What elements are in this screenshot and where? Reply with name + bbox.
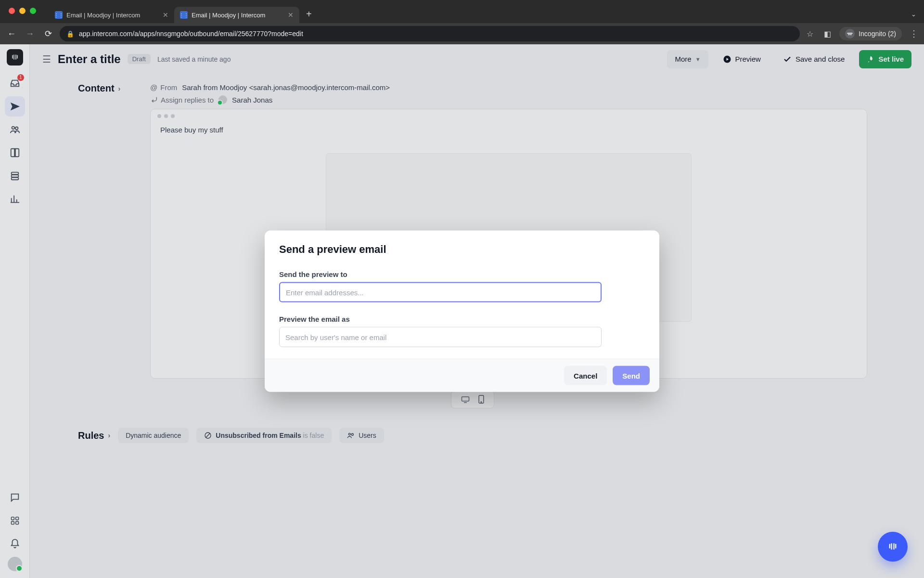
tab-title: Email | Moodjoy | Intercom (66, 12, 140, 19)
browser-tab[interactable]: ⋮⋮ Email | Moodjoy | Intercom ✕ (49, 7, 174, 23)
modal-title: Send a preview email (279, 243, 645, 256)
bookmark-star-icon[interactable]: ☆ (805, 29, 815, 39)
close-tab-icon[interactable]: ✕ (288, 11, 294, 19)
back-button[interactable]: ← (5, 27, 18, 40)
send-button[interactable]: Send (613, 366, 650, 385)
incognito-badge[interactable]: Incognito (2) (839, 27, 902, 40)
tabs-overflow-icon[interactable]: ⌄ (911, 11, 924, 18)
reload-button[interactable]: ⟳ (41, 27, 55, 40)
preview-as-input[interactable] (279, 327, 602, 347)
browser-menu-icon[interactable]: ⋮ (909, 28, 919, 39)
send-preview-modal: Send a preview email Send the preview to… (265, 231, 659, 392)
incognito-label: Incognito (2) (859, 30, 896, 38)
browser-toolbar: ← → ⟳ 🔒 app.intercom.com/a/apps/nnsgmgob… (0, 23, 924, 44)
cancel-button[interactable]: Cancel (564, 366, 607, 385)
url-text: app.intercom.com/a/apps/nnsgmgob/outboun… (79, 30, 303, 38)
close-tab-icon[interactable]: ✕ (163, 11, 168, 19)
window-zoom-icon[interactable] (30, 8, 36, 14)
messenger-icon (886, 539, 900, 554)
svg-rect-21 (887, 541, 898, 552)
browser-tab[interactable]: ⋮⋮ Email | Moodjoy | Intercom ✕ (174, 7, 299, 23)
panel-icon[interactable]: ◧ (822, 29, 833, 39)
intercom-launcher[interactable] (878, 532, 908, 562)
window-controls (9, 8, 36, 14)
forward-button[interactable]: → (23, 27, 37, 40)
window-minimize-icon[interactable] (19, 8, 26, 14)
window-close-icon[interactable] (9, 8, 15, 14)
tab-title: Email | Moodjoy | Intercom (192, 12, 265, 19)
intercom-favicon-icon: ⋮⋮ (55, 11, 63, 19)
browser-tabstrip: ⋮⋮ Email | Moodjoy | Intercom ✕ ⋮⋮ Email… (0, 5, 924, 23)
preview-to-input[interactable] (279, 282, 602, 302)
intercom-favicon-icon: ⋮⋮ (180, 11, 188, 19)
incognito-icon (845, 29, 855, 39)
preview-to-label: Send the preview to (279, 270, 645, 278)
lock-icon: 🔒 (66, 30, 74, 38)
address-bar[interactable]: 🔒 app.intercom.com/a/apps/nnsgmgob/outbo… (60, 26, 800, 41)
new-tab-button[interactable]: + (299, 9, 319, 20)
preview-as-label: Preview the email as (279, 315, 645, 323)
